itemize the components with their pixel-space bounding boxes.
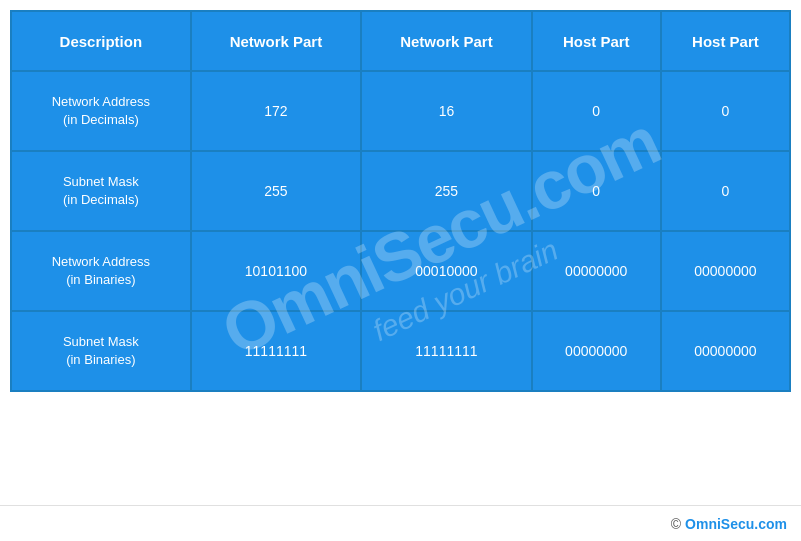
copyright-symbol: © bbox=[671, 516, 685, 532]
cell-2-3: 00000000 bbox=[532, 231, 661, 311]
table-row: Network Address(in Decimals)1721600 bbox=[11, 71, 790, 151]
header-host-part-2: Host Part bbox=[661, 11, 790, 71]
main-table: Description Network Part Network Part Ho… bbox=[10, 10, 791, 392]
brand-name: OmniSecu.com bbox=[685, 516, 787, 532]
table-row: Subnet Mask(in Decimals)25525500 bbox=[11, 151, 790, 231]
cell-3-1: 11111111 bbox=[191, 311, 362, 391]
table-row: Network Address(in Binaries)101011000001… bbox=[11, 231, 790, 311]
cell-1-1: 255 bbox=[191, 151, 362, 231]
table-row: Subnet Mask(in Binaries)1111111111111111… bbox=[11, 311, 790, 391]
cell-0-4: 0 bbox=[661, 71, 790, 151]
cell-1-3: 0 bbox=[532, 151, 661, 231]
cell-2-4: 00000000 bbox=[661, 231, 790, 311]
cell-1-4: 0 bbox=[661, 151, 790, 231]
header-host-part-1: Host Part bbox=[532, 11, 661, 71]
cell-2-2: 00010000 bbox=[361, 231, 532, 311]
cell-0-1: 172 bbox=[191, 71, 362, 151]
footer: © OmniSecu.com bbox=[0, 505, 801, 541]
cell-1-2: 255 bbox=[361, 151, 532, 231]
footer-text: © OmniSecu.com bbox=[671, 516, 787, 532]
header-description: Description bbox=[11, 11, 191, 71]
cell-3-2: 11111111 bbox=[361, 311, 532, 391]
cell-3-0: Subnet Mask(in Binaries) bbox=[11, 311, 191, 391]
cell-0-0: Network Address(in Decimals) bbox=[11, 71, 191, 151]
cell-0-3: 0 bbox=[532, 71, 661, 151]
cell-3-3: 00000000 bbox=[532, 311, 661, 391]
header-network-part-2: Network Part bbox=[361, 11, 532, 71]
cell-3-4: 00000000 bbox=[661, 311, 790, 391]
cell-2-0: Network Address(in Binaries) bbox=[11, 231, 191, 311]
header-row: Description Network Part Network Part Ho… bbox=[11, 11, 790, 71]
cell-2-1: 10101100 bbox=[191, 231, 362, 311]
cell-0-2: 16 bbox=[361, 71, 532, 151]
cell-1-0: Subnet Mask(in Decimals) bbox=[11, 151, 191, 231]
header-network-part-1: Network Part bbox=[191, 11, 362, 71]
table-wrapper: OmniSecu.com feed your brain Description… bbox=[0, 0, 801, 505]
